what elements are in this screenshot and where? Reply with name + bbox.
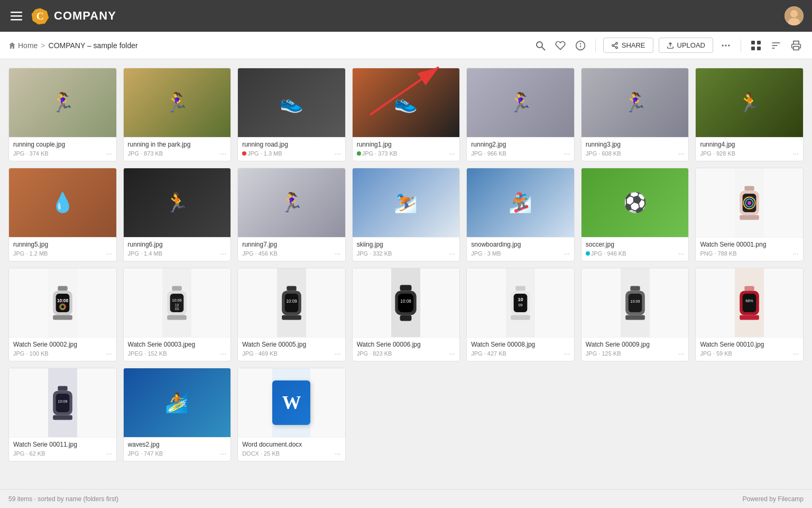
file-card[interactable]: 68% Watch Serie 00010.jpg JPG · 59 KB ··… [695, 268, 804, 361]
file-card[interactable]: 🏃‍♀️ running2.jpg JPG · 966 KB ··· [466, 68, 575, 161]
more-options-button[interactable] [718, 38, 733, 53]
svg-rect-1 [11, 15, 22, 17]
file-card[interactable]: 🏃‍♀️ running7.jpg JPG · 456 KB ··· [237, 168, 346, 261]
file-name: running2.jpg [471, 141, 570, 148]
file-card[interactable]: ⚽ soccer.jpg JPG · 946 KB ··· [581, 168, 689, 261]
header: C COMPANY [0, 0, 812, 32]
svg-point-20 [728, 44, 730, 46]
svg-text:10:09: 10:09 [286, 299, 297, 304]
file-meta: JPG · 966 KB ··· [471, 149, 570, 158]
svg-rect-2 [11, 19, 22, 21]
file-card[interactable]: 10:09 Watch Serie 00011.jpg JPG · 62 KB … [8, 368, 117, 461]
favorites-button[interactable] [553, 38, 568, 53]
grid-view-button[interactable] [749, 38, 763, 53]
file-more-button[interactable]: ··· [220, 449, 226, 458]
file-card[interactable]: 10:09 Watch Serie 00005.jpg JPG · 469 KB… [237, 268, 346, 361]
file-info: Watch Serie 00008.jpg JPG · 427 KB ··· [467, 337, 574, 361]
file-card[interactable]: 10:091303 Watch Serie 00003.jpeg JPEG · … [123, 268, 232, 361]
share-button[interactable]: SHARE [603, 38, 653, 53]
file-more-button[interactable]: ··· [678, 249, 685, 258]
file-info: running in the park.jpg JPG · 873 KB ··· [124, 137, 231, 161]
file-more-button[interactable]: ··· [449, 249, 456, 258]
print-button[interactable] [789, 38, 804, 53]
file-thumbnail: 🏃‍♀️ [467, 68, 574, 137]
file-more-button[interactable]: ··· [220, 249, 226, 258]
file-card[interactable]: ⛷️ skiing.jpg JPG · 332 KB ··· [352, 168, 460, 261]
file-info: running2.jpg JPG · 966 KB ··· [467, 137, 574, 161]
file-card[interactable]: 10:08 Watch Serie 00006.jpg JPG · 823 KB… [352, 268, 460, 361]
file-more-button[interactable]: ··· [106, 249, 112, 258]
file-name: Watch Serie 00011.jpg [13, 441, 112, 448]
sort-button[interactable] [769, 38, 783, 53]
file-size: JPG · 100 KB [13, 350, 49, 357]
breadcrumb-home[interactable]: Home [8, 41, 38, 50]
file-more-button[interactable]: ··· [106, 349, 112, 358]
file-more-button[interactable]: ··· [220, 149, 226, 158]
svg-line-8 [542, 47, 545, 50]
file-card[interactable]: 🏃 running4.jpg JPG · 928 KB ··· [695, 68, 804, 161]
file-meta: JPG · 608 KB ··· [586, 149, 685, 158]
upload-button[interactable]: UPLOAD [659, 38, 713, 53]
file-card[interactable]: 🏂 snowboarding.jpg JPG · 3 MB ··· [466, 168, 575, 261]
hamburger-menu-button[interactable] [8, 8, 24, 24]
file-card[interactable]: 1009 Watch Serie 00008.jpg JPG · 427 KB … [466, 268, 575, 361]
file-size: JPG · 966 KB [471, 150, 506, 157]
file-more-button[interactable]: ··· [106, 149, 112, 158]
file-card[interactable]: 💧 running5.jpg JPG · 1.2 MB ··· [8, 168, 117, 261]
file-more-button[interactable]: ··· [106, 449, 112, 458]
search-button[interactable] [533, 38, 548, 53]
info-button[interactable] [573, 38, 588, 53]
file-more-button[interactable]: ··· [792, 249, 799, 258]
powered-by: Powered by Filecamp [743, 495, 804, 503]
app-title: COMPANY [54, 9, 116, 23]
file-more-button[interactable]: ··· [449, 149, 456, 158]
file-more-button[interactable]: ··· [564, 249, 570, 258]
file-more-button[interactable]: ··· [335, 349, 341, 358]
file-meta: JPG · 1.3 MB ··· [242, 149, 341, 158]
file-info: Watch Serie 00005.jpg JPG · 469 KB ··· [238, 337, 345, 361]
svg-point-7 [537, 42, 542, 48]
file-meta: JPG · 100 KB ··· [13, 349, 112, 358]
file-info: waves2.jpg JPG · 747 KB ··· [124, 437, 231, 461]
file-more-button[interactable]: ··· [678, 149, 685, 158]
file-size: JPG · 946 KB [586, 250, 626, 257]
file-more-button[interactable]: ··· [335, 249, 341, 258]
file-more-button[interactable]: ··· [792, 149, 799, 158]
file-card[interactable]: 10:09 Watch Serie 00009.jpg JPG · 125 KB… [581, 268, 689, 361]
file-more-button[interactable]: ··· [564, 349, 570, 358]
file-size: JPG · 608 KB [586, 150, 621, 157]
file-more-button[interactable]: ··· [335, 449, 341, 458]
file-meta: JPG · 374 KB ··· [13, 149, 112, 158]
file-more-button[interactable]: ··· [678, 349, 685, 358]
file-size: JPG · 1.2 MB [13, 250, 48, 257]
file-card[interactable]: Watch Serie 00001.png PNG · 788 KB ··· [695, 168, 804, 261]
toolbar-separator-2 [741, 39, 741, 52]
file-more-button[interactable]: ··· [335, 149, 341, 158]
file-thumbnail: 10:08 [9, 268, 116, 337]
file-more-button[interactable]: ··· [564, 149, 570, 158]
file-card[interactable]: 🏄 waves2.jpg JPG · 747 KB ··· [123, 368, 232, 461]
avatar[interactable] [785, 6, 804, 25]
file-info: skiing.jpg JPG · 332 KB ··· [353, 237, 460, 261]
file-meta: JPG · 823 KB ··· [357, 349, 456, 358]
file-card[interactable]: 10:08 Watch Serie 00002.jpg JPG · 100 KB… [8, 268, 117, 361]
svg-rect-59 [400, 315, 412, 321]
logo[interactable]: C COMPANY [31, 6, 116, 25]
file-name: running7.jpg [242, 241, 341, 248]
file-name: Watch Serie 00005.jpg [242, 341, 341, 348]
file-card[interactable]: 👟 running1.jpg JPG · 373 KB ··· [352, 68, 460, 161]
file-card[interactable]: 🏃‍♀️ running couple.jpg JPG · 374 KB ··· [8, 68, 117, 161]
file-more-button[interactable]: ··· [792, 349, 799, 358]
file-card[interactable]: 🏃‍♀️ running in the park.jpg JPG · 873 K… [123, 68, 232, 161]
file-more-button[interactable]: ··· [220, 349, 226, 358]
svg-rect-47 [168, 315, 187, 320]
file-card[interactable]: 🏃 running6.jpg JPG · 1.4 MB ··· [123, 168, 232, 261]
file-more-button[interactable]: ··· [449, 349, 456, 358]
file-size: JPG · 332 KB [357, 250, 392, 257]
file-card[interactable]: W Word document.docx DOCX · 25 KB ··· [237, 368, 346, 461]
file-size: JPG · 374 KB [13, 150, 49, 157]
file-card[interactable]: 🏃‍♀️ running3.jpg JPG · 608 KB ··· [581, 68, 689, 161]
file-size: JPG · 747 KB [128, 450, 163, 457]
svg-point-5 [790, 10, 798, 17]
file-card[interactable]: 👟 running road.jpg JPG · 1.3 MB ··· [237, 68, 346, 161]
